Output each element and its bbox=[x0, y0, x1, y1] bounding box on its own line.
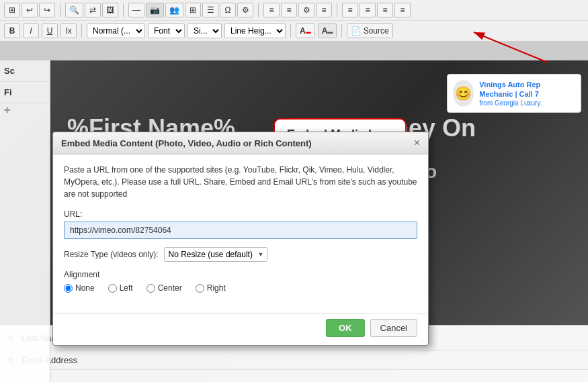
modal-body: Paste a URL from one of the supported si… bbox=[53, 154, 428, 313]
resize-select-wrap: No Resize (use default)ResizeScale bbox=[164, 247, 267, 262]
align-right-option[interactable]: Right bbox=[196, 283, 226, 293]
align-right-label: Right bbox=[207, 283, 226, 293]
modal-title: Embed Media Content (Photo, Video, Audio… bbox=[61, 138, 312, 148]
url-input[interactable] bbox=[64, 222, 417, 239]
modal-overlay: Embed Media Content (Photo, Video, Audio… bbox=[0, 0, 588, 382]
embed-media-modal: Embed Media Content (Photo, Video, Audio… bbox=[52, 132, 429, 346]
align-left-label: Left bbox=[120, 283, 133, 293]
align-right-radio[interactable] bbox=[196, 284, 204, 293]
align-none-label: None bbox=[75, 283, 95, 293]
align-none-radio[interactable] bbox=[64, 284, 73, 293]
align-center-label: Center bbox=[158, 283, 182, 293]
alignment-section: Alignment None Left Center bbox=[64, 270, 417, 293]
align-none-option[interactable]: None bbox=[64, 283, 95, 293]
resize-row: Resize Type (videos only): No Resize (us… bbox=[64, 247, 417, 262]
resize-label: Resize Type (videos only): bbox=[64, 250, 159, 259]
align-left-option[interactable]: Left bbox=[108, 283, 133, 293]
align-left-radio[interactable] bbox=[108, 284, 117, 293]
url-field-container: URL: bbox=[64, 209, 417, 247]
modal-footer: OK Cancel bbox=[53, 313, 428, 345]
modal-description: Paste a URL from one of the supported si… bbox=[64, 164, 417, 200]
cancel-button[interactable]: Cancel bbox=[370, 319, 417, 337]
alignment-options: None Left Center Right bbox=[64, 283, 417, 293]
align-center-radio[interactable] bbox=[146, 284, 155, 293]
ok-button[interactable]: OK bbox=[326, 319, 365, 337]
alignment-title: Alignment bbox=[64, 270, 417, 279]
align-center-option[interactable]: Center bbox=[146, 283, 182, 293]
modal-close-button[interactable]: × bbox=[414, 138, 420, 148]
resize-select[interactable]: No Resize (use default)ResizeScale bbox=[164, 247, 267, 262]
url-label: URL: bbox=[64, 209, 417, 219]
modal-header: Embed Media Content (Photo, Video, Audio… bbox=[53, 132, 428, 154]
